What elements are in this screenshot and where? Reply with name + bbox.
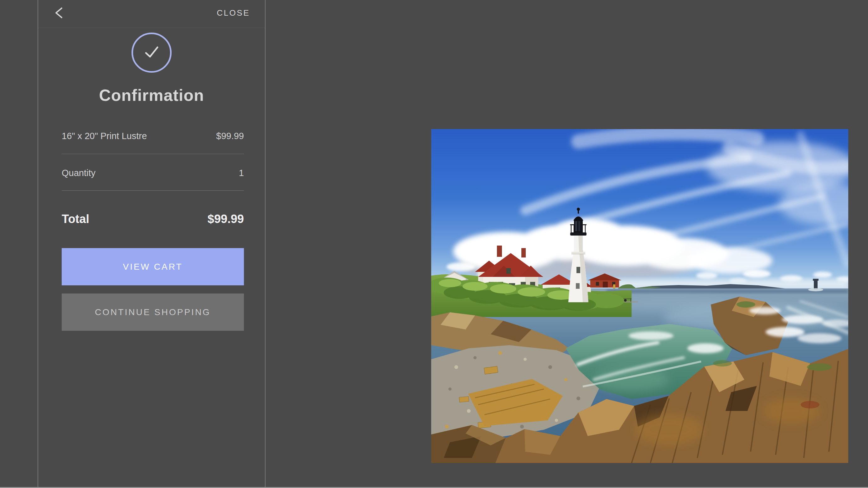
chevron-left-icon (53, 6, 66, 21)
check-icon (141, 42, 162, 64)
confirmation-panel: CLOSE Confirmation 16" x 20" Print Lustr… (38, 0, 266, 488)
total-value: $99.99 (208, 212, 244, 226)
quantity-label: Quantity (62, 168, 95, 178)
product-photo-preview (431, 129, 848, 463)
line-item-label: 16" x 20" Print Lustre (62, 131, 147, 141)
total-row: Total $99.99 (62, 209, 244, 229)
line-item-product: 16" x 20" Print Lustre $99.99 (62, 127, 244, 145)
quantity-value: 1 (239, 168, 244, 178)
divider (62, 190, 244, 191)
back-button[interactable] (52, 6, 67, 21)
line-item-quantity: Quantity 1 (62, 164, 244, 182)
total-label: Total (62, 212, 89, 226)
divider (62, 154, 244, 154)
continue-shopping-button[interactable]: CONTINUE SHOPPING (62, 294, 244, 331)
view-cart-button[interactable]: VIEW CART (62, 248, 244, 285)
close-button[interactable]: CLOSE (217, 8, 250, 18)
line-item-price: $99.99 (216, 131, 244, 141)
check-circle-icon (131, 33, 172, 73)
page-title: Confirmation (38, 86, 265, 104)
panel-header: CLOSE (38, 0, 265, 28)
